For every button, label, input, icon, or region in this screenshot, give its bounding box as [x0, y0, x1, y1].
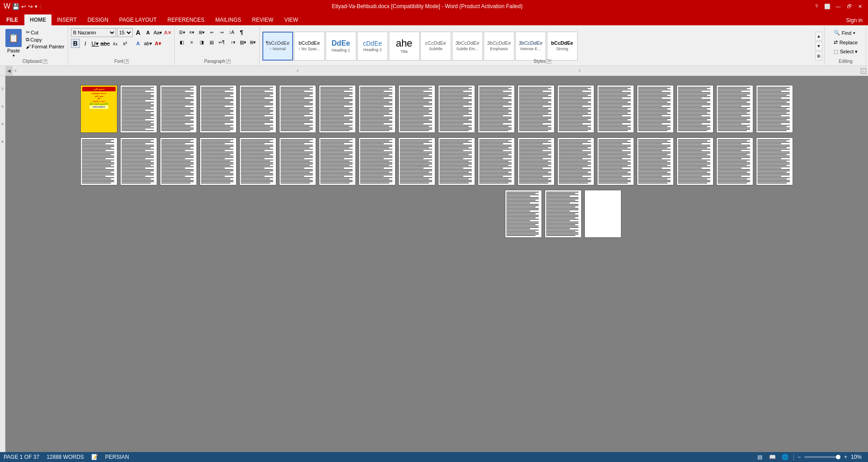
- borders-button[interactable]: ⊞▾: [248, 38, 257, 46]
- minimize-button[interactable]: —: [834, 2, 843, 10]
- spelling-icon[interactable]: 📝: [91, 454, 98, 460]
- restore-button[interactable]: 🗗: [845, 2, 854, 10]
- page-35[interactable]: [716, 137, 753, 185]
- para-expand[interactable]: ↗: [226, 59, 231, 64]
- read-mode-button[interactable]: 📖: [768, 453, 777, 461]
- style-emphasis[interactable]: 3bCcDdEe Emphasis: [484, 32, 514, 61]
- page-1-cover[interactable]: تحقیق آنلاین tehghigho nline.ir مرجع دان…: [80, 85, 117, 133]
- cut-button[interactable]: ✂ Cut: [24, 29, 66, 36]
- page-12[interactable]: [518, 85, 555, 133]
- find-button[interactable]: 🔍 Find ▾: [832, 29, 860, 37]
- page-20[interactable]: [120, 137, 157, 185]
- page-38[interactable]: [545, 190, 582, 238]
- page-2[interactable]: [120, 85, 157, 133]
- page-3[interactable]: [160, 85, 197, 133]
- page-18[interactable]: [756, 85, 793, 133]
- zoom-in-button[interactable]: +: [844, 454, 847, 460]
- page-33[interactable]: [637, 137, 674, 185]
- change-case-button[interactable]: Aa▾: [154, 28, 163, 37]
- select-button[interactable]: ⬚ Select ▾: [832, 48, 860, 56]
- rtl-button[interactable]: ⇐¶: [217, 38, 226, 46]
- tab-file[interactable]: FILE: [0, 14, 24, 25]
- sign-in-button[interactable]: Sign in: [840, 15, 868, 25]
- save-icon[interactable]: 💾: [12, 3, 19, 10]
- zoom-level[interactable]: 10%: [851, 454, 864, 460]
- tab-review[interactable]: REVIEW: [247, 14, 279, 25]
- customize-icon[interactable]: ▾: [35, 4, 37, 9]
- page-22[interactable]: [200, 137, 237, 185]
- page-31[interactable]: [557, 137, 594, 185]
- find-dropdown[interactable]: ▾: [853, 31, 855, 35]
- format-painter-button[interactable]: 🖌 Format Painter: [24, 43, 66, 50]
- page-37[interactable]: [505, 190, 542, 238]
- strikethrough-button[interactable]: abc: [101, 39, 110, 48]
- tab-design[interactable]: DESIGN: [82, 14, 114, 25]
- page-7[interactable]: [319, 85, 356, 133]
- tab-view[interactable]: VIEW: [279, 14, 303, 25]
- font-name-select[interactable]: B Nazanin: [71, 28, 116, 37]
- page-13[interactable]: [557, 85, 594, 133]
- tab-insert[interactable]: INSERT: [51, 14, 82, 25]
- page-5[interactable]: [239, 85, 276, 133]
- web-layout-button[interactable]: 🌐: [781, 453, 790, 461]
- paste-dropdown[interactable]: ▾: [13, 53, 15, 58]
- superscript-button[interactable]: x²: [121, 39, 130, 48]
- text-effects-button[interactable]: A: [134, 39, 143, 48]
- multilevel-button[interactable]: ⊞▾: [197, 28, 206, 36]
- page-29[interactable]: [478, 137, 515, 185]
- redo-icon[interactable]: ↪: [28, 3, 33, 10]
- page-26[interactable]: [359, 137, 396, 185]
- ruler-tab-indicator[interactable]: L: [861, 68, 866, 74]
- underline-button[interactable]: U▾: [91, 39, 100, 48]
- page-17[interactable]: [716, 85, 753, 133]
- page-30[interactable]: [518, 137, 555, 185]
- ribbon-display-button[interactable]: ⬜: [823, 2, 832, 10]
- page-27[interactable]: [398, 137, 435, 185]
- page-11[interactable]: [478, 85, 515, 133]
- page-32[interactable]: [597, 137, 634, 185]
- styles-up-button[interactable]: ▲: [815, 32, 822, 41]
- style-subtitle[interactable]: cCcDdEe Subtitle: [420, 32, 451, 61]
- sort-button[interactable]: ↕A: [227, 28, 236, 36]
- italic-button[interactable]: I: [81, 39, 90, 48]
- help-button[interactable]: ?: [812, 2, 821, 10]
- align-center-button[interactable]: ≡: [187, 38, 196, 46]
- shading-button[interactable]: ▨▾: [238, 38, 247, 46]
- justify-button[interactable]: ▤: [207, 38, 216, 46]
- page-15[interactable]: [637, 85, 674, 133]
- style-strong[interactable]: bCcDdEe Strong: [547, 32, 578, 61]
- style-no-spacing[interactable]: bCcDdEe ↑ No Spac...: [294, 32, 325, 61]
- tab-page-layout[interactable]: PAGE LAYOUT: [114, 14, 162, 25]
- font-color-button[interactable]: A▾: [154, 39, 163, 48]
- clipboard-expand[interactable]: ↗: [42, 59, 47, 64]
- replace-button[interactable]: ⇄ Replace: [832, 38, 860, 46]
- page-4[interactable]: [200, 85, 237, 133]
- style-heading2[interactable]: cDdEe Heading 2: [357, 32, 388, 61]
- undo-icon[interactable]: ↩: [21, 3, 26, 10]
- copy-button[interactable]: ⧉ Copy: [24, 36, 66, 43]
- shrink-font-button[interactable]: A: [144, 28, 153, 37]
- page-25[interactable]: [319, 137, 356, 185]
- page-9[interactable]: [398, 85, 435, 133]
- page-14[interactable]: [597, 85, 634, 133]
- text-highlight-button[interactable]: ab▾: [144, 39, 153, 48]
- page-36[interactable]: [756, 137, 793, 185]
- page-23[interactable]: [239, 137, 276, 185]
- style-title[interactable]: ahe Title: [389, 32, 420, 61]
- tab-home[interactable]: HOME: [24, 14, 51, 25]
- subscript-button[interactable]: x₂: [111, 39, 120, 48]
- paste-button[interactable]: 📋 Paste ▾: [4, 28, 23, 59]
- line-spacing-button[interactable]: ↕▾: [229, 38, 238, 46]
- font-expand[interactable]: ↗: [124, 59, 129, 64]
- numbering-button[interactable]: ≡▾: [187, 28, 196, 36]
- font-size-select[interactable]: 15: [117, 28, 133, 37]
- tab-references[interactable]: REFERENCES: [162, 14, 210, 25]
- styles-more-button[interactable]: ⊞: [815, 52, 822, 61]
- page-6[interactable]: [279, 85, 316, 133]
- page-28[interactable]: [438, 137, 475, 185]
- page-8[interactable]: [359, 85, 396, 133]
- align-right-button[interactable]: ◨: [197, 38, 206, 46]
- bullets-button[interactable]: ☰▾: [177, 28, 187, 36]
- page-39-blank[interactable]: [584, 190, 621, 238]
- page-21[interactable]: [160, 137, 197, 185]
